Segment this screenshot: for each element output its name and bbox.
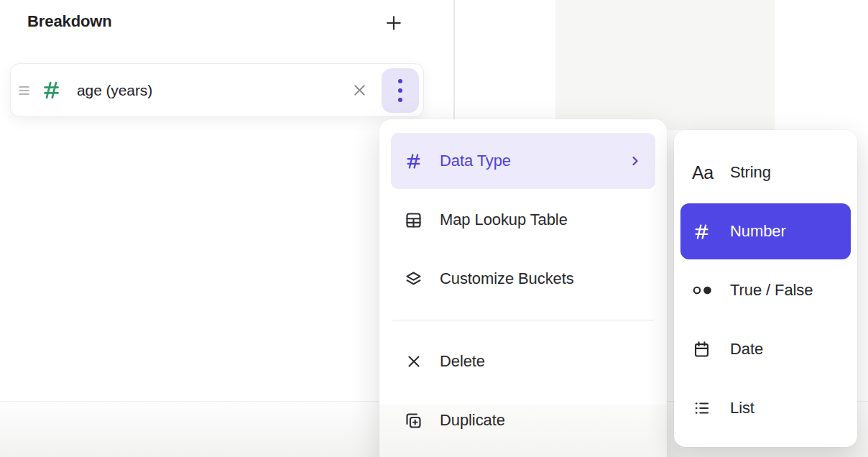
remove-field-button[interactable] — [346, 77, 373, 103]
list-icon — [692, 399, 716, 417]
plus-icon — [383, 12, 405, 34]
submenu-item-true-false[interactable]: True / False — [680, 262, 851, 318]
number-type-icon — [40, 79, 63, 101]
menu-item-customize-buckets[interactable]: Customize Buckets — [391, 251, 655, 307]
submenu-item-label: Date — [730, 340, 763, 359]
stack-icon — [404, 269, 423, 289]
x-icon — [404, 352, 423, 371]
menu-item-label: Data Type — [440, 152, 511, 170]
menu-item-delete[interactable]: Delete — [391, 333, 655, 389]
submenu-item-list[interactable]: List — [680, 380, 851, 436]
field-context-menu: Data Type Map Lookup Table Customize Buc… — [379, 119, 667, 457]
copy-plus-icon — [404, 411, 423, 430]
string-type-icon: Aa — [692, 162, 716, 183]
menu-item-label: Duplicate — [440, 411, 505, 430]
hash-icon — [404, 152, 423, 171]
menu-item-label: Customize Buckets — [440, 269, 574, 288]
field-name-label: age (years) — [77, 82, 152, 99]
submenu-item-string[interactable]: Aa String — [680, 144, 851, 200]
table-icon — [404, 211, 423, 230]
dots-vertical-icon — [398, 79, 402, 102]
menu-item-label: Map Lookup Table — [440, 211, 568, 229]
submenu-item-label: True / False — [730, 281, 813, 300]
page-title: Breakdown — [27, 12, 112, 31]
menu-item-label: Delete — [440, 352, 485, 371]
content-placeholder-block — [555, 0, 775, 130]
field-menu-button[interactable] — [382, 68, 419, 113]
drag-handle-icon[interactable] — [17, 80, 32, 101]
add-breakdown-button[interactable] — [379, 9, 408, 37]
submenu-item-number[interactable]: Number — [680, 203, 851, 259]
breakdown-field-card: age (years) — [10, 63, 424, 117]
data-type-submenu: Aa String Number True / False Date List — [674, 130, 857, 447]
submenu-item-label: List — [730, 399, 754, 417]
menu-divider — [392, 320, 654, 320]
menu-item-data-type[interactable]: Data Type — [391, 133, 655, 189]
close-icon — [351, 81, 369, 99]
calendar-icon — [692, 340, 716, 359]
submenu-item-date[interactable]: Date — [680, 321, 851, 377]
menu-item-duplicate[interactable]: Duplicate — [391, 392, 655, 448]
menu-item-map-lookup-table[interactable]: Map Lookup Table — [391, 192, 655, 248]
boolean-circles-icon — [692, 282, 716, 299]
hash-icon — [692, 222, 716, 241]
chevron-right-icon — [628, 154, 642, 168]
submenu-item-label: Number — [730, 222, 786, 241]
submenu-item-label: String — [730, 163, 771, 182]
